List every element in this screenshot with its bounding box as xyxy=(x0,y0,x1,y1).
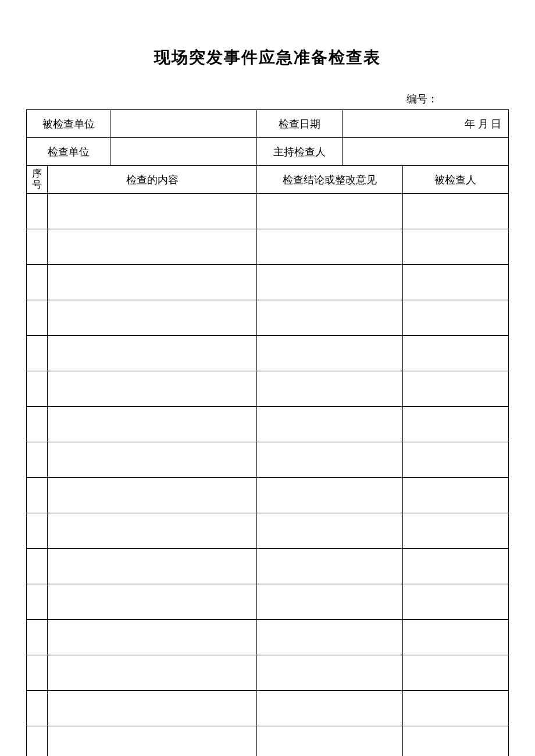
inspection-date-label: 检查日期 xyxy=(257,110,342,138)
cell-person[interactable] xyxy=(402,194,508,229)
cell-seq[interactable] xyxy=(27,478,48,513)
cell-person[interactable] xyxy=(402,336,508,371)
table-row xyxy=(27,655,509,691)
cell-seq[interactable] xyxy=(27,442,48,478)
presiding-inspector-value[interactable] xyxy=(342,138,508,166)
cell-conclusion[interactable] xyxy=(257,620,402,655)
cell-content[interactable] xyxy=(48,584,257,620)
cell-seq[interactable] xyxy=(27,300,48,336)
table-row xyxy=(27,194,509,229)
cell-person[interactable] xyxy=(402,549,508,584)
cell-conclusion[interactable] xyxy=(257,478,402,513)
cell-content[interactable] xyxy=(48,265,257,300)
cell-person[interactable] xyxy=(402,620,508,655)
cell-seq[interactable] xyxy=(27,513,48,549)
table-row xyxy=(27,229,509,265)
cell-conclusion[interactable] xyxy=(257,194,402,229)
cell-conclusion[interactable] xyxy=(257,655,402,691)
cell-content[interactable] xyxy=(48,691,257,726)
cell-seq[interactable] xyxy=(27,620,48,655)
col-conclusion: 检查结论或整改意见 xyxy=(257,166,402,194)
col-inspected-person: 被检查人 xyxy=(402,166,508,194)
table-row xyxy=(27,726,509,757)
cell-content[interactable] xyxy=(48,620,257,655)
table-row xyxy=(27,336,509,371)
cell-conclusion[interactable] xyxy=(257,300,402,336)
cell-content[interactable] xyxy=(48,655,257,691)
cell-content[interactable] xyxy=(48,513,257,549)
table-row xyxy=(27,407,509,442)
col-content: 检查的内容 xyxy=(48,166,257,194)
cell-conclusion[interactable] xyxy=(257,549,402,584)
cell-seq[interactable] xyxy=(27,407,48,442)
cell-seq[interactable] xyxy=(27,549,48,584)
cell-content[interactable] xyxy=(48,407,257,442)
inspecting-unit-label: 检查单位 xyxy=(27,138,110,166)
cell-seq[interactable] xyxy=(27,371,48,407)
checklist-table: 被检查单位 检查日期 年 月 日 检查单位 主持检查人 序号 检查的内容 检查结… xyxy=(26,109,509,756)
cell-content[interactable] xyxy=(48,300,257,336)
cell-person[interactable] xyxy=(402,407,508,442)
inspection-date-value[interactable]: 年 月 日 xyxy=(342,110,508,138)
cell-content[interactable] xyxy=(48,229,257,265)
cell-content[interactable] xyxy=(48,549,257,584)
cell-person[interactable] xyxy=(402,513,508,549)
cell-content[interactable] xyxy=(48,478,257,513)
table-row xyxy=(27,478,509,513)
cell-seq[interactable] xyxy=(27,229,48,265)
cell-conclusion[interactable] xyxy=(257,336,402,371)
table-row xyxy=(27,442,509,478)
cell-person[interactable] xyxy=(402,691,508,726)
cell-person[interactable] xyxy=(402,300,508,336)
cell-content[interactable] xyxy=(48,371,257,407)
cell-seq[interactable] xyxy=(27,265,48,300)
table-row xyxy=(27,620,509,655)
table-row xyxy=(27,549,509,584)
cell-person[interactable] xyxy=(402,726,508,757)
cell-content[interactable] xyxy=(48,336,257,371)
cell-person[interactable] xyxy=(402,229,508,265)
table-row xyxy=(27,513,509,549)
cell-conclusion[interactable] xyxy=(257,513,402,549)
cell-content[interactable] xyxy=(48,194,257,229)
cell-person[interactable] xyxy=(402,371,508,407)
table-row xyxy=(27,265,509,300)
cell-conclusion[interactable] xyxy=(257,726,402,757)
table-row xyxy=(27,300,509,336)
inspecting-unit-value[interactable] xyxy=(110,138,257,166)
cell-conclusion[interactable] xyxy=(257,265,402,300)
cell-person[interactable] xyxy=(402,265,508,300)
page-title: 现场突发事件应急准备检查表 xyxy=(26,47,509,69)
cell-conclusion[interactable] xyxy=(257,584,402,620)
table-row xyxy=(27,584,509,620)
col-seq: 序号 xyxy=(27,166,48,194)
cell-conclusion[interactable] xyxy=(257,407,402,442)
cell-person[interactable] xyxy=(402,442,508,478)
cell-seq[interactable] xyxy=(27,194,48,229)
cell-conclusion[interactable] xyxy=(257,691,402,726)
cell-person[interactable] xyxy=(402,478,508,513)
cell-seq[interactable] xyxy=(27,336,48,371)
cell-person[interactable] xyxy=(402,584,508,620)
table-row xyxy=(27,691,509,726)
cell-person[interactable] xyxy=(402,655,508,691)
presiding-inspector-label: 主持检查人 xyxy=(257,138,342,166)
cell-seq[interactable] xyxy=(27,584,48,620)
inspected-unit-label: 被检查单位 xyxy=(27,110,110,138)
cell-content[interactable] xyxy=(48,726,257,757)
cell-seq[interactable] xyxy=(27,726,48,757)
cell-conclusion[interactable] xyxy=(257,229,402,265)
cell-content[interactable] xyxy=(48,442,257,478)
cell-seq[interactable] xyxy=(27,655,48,691)
doc-number-label: 编号： xyxy=(26,92,509,106)
table-row xyxy=(27,371,509,407)
cell-conclusion[interactable] xyxy=(257,371,402,407)
cell-seq[interactable] xyxy=(27,691,48,726)
cell-conclusion[interactable] xyxy=(257,442,402,478)
inspected-unit-value[interactable] xyxy=(110,110,257,138)
